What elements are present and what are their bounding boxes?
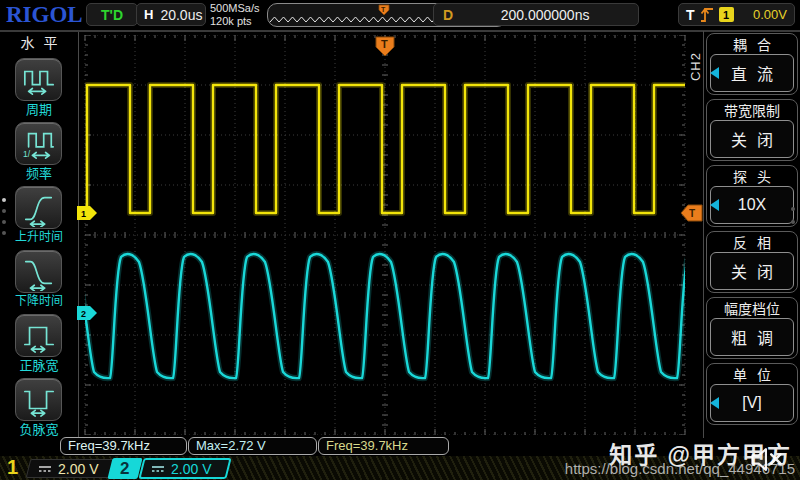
menu-section-probe: 探头 10X	[706, 165, 798, 227]
period-button[interactable]	[15, 58, 62, 101]
left-menu-item-fall-time: 下降时间	[15, 250, 63, 309]
rigol-logo: RIGOL	[6, 2, 83, 28]
section-header: 反相	[710, 234, 794, 252]
fall-time-icon	[22, 253, 56, 291]
ch1-level-marker[interactable]: 1	[77, 206, 97, 220]
fall-time-label: 下降时间	[15, 294, 63, 309]
oscilloscope-screen: RIGOL T'D H 20.0us 500MSa/s 120k pts T D…	[0, 0, 800, 480]
trigger-delay-value: 200.000000ns	[461, 7, 629, 23]
muted-speaker-icon[interactable]	[749, 446, 785, 473]
left-menu-item-negative-pulse-width: 负脉宽	[15, 378, 62, 437]
channel1-scale-value: 2.00 V	[58, 461, 98, 477]
unit-value-button[interactable]: [V]	[710, 384, 794, 422]
memory-depth-text: 120k pts	[210, 15, 260, 28]
section-header: 带宽限制	[710, 102, 794, 120]
rise-time-icon	[22, 189, 56, 227]
menu-page-dots	[2, 198, 6, 235]
invert-value-button[interactable]: 关闭	[710, 252, 794, 290]
menu-section-bandwidth-limit: 带宽限制 关闭	[706, 99, 798, 161]
measurement-max-ch2: Max=2.72 V	[188, 437, 317, 455]
left-arrow-icon	[710, 67, 719, 79]
period-label: 周期	[26, 102, 52, 117]
menu-section-invert: 反相 关闭	[706, 231, 798, 293]
sample-rate-text: 500MSa/s	[210, 2, 260, 15]
channel2-scale-value: 2.00 V	[171, 461, 211, 477]
menu-section-unit: 单位 [V]	[706, 363, 798, 425]
frequency-icon: 1/	[22, 125, 56, 163]
measurement-freq-ch1: Freq=39.7kHz	[318, 437, 449, 455]
positive-pulse-width-button[interactable]	[15, 314, 62, 357]
channel2-number: 2	[120, 459, 129, 479]
left-arrow-icon	[710, 397, 719, 409]
period-icon	[22, 61, 56, 99]
menu-section-amplitude-adjust: 幅度档位 粗调	[706, 297, 798, 359]
trigger-level-value: 0.00V	[739, 7, 787, 22]
negative-pulse-width-button[interactable]	[15, 378, 62, 421]
left-menu-items: 周期1/频率上升时间下降时间正脉宽负脉宽	[15, 58, 63, 437]
menu-section-coupling: 耦合 直流	[706, 33, 798, 95]
trigger-delay-chip[interactable]: D 200.000000ns	[433, 3, 639, 26]
svg-text:T: T	[381, 38, 388, 50]
left-arrow-icon	[710, 199, 719, 211]
trigger-settings-chip[interactable]: T 1 0.00V	[678, 3, 795, 26]
rising-edge-icon	[700, 6, 714, 24]
bandwidth-limit-value-button[interactable]: 关闭	[710, 120, 794, 158]
dc-coupling-icon	[151, 464, 165, 474]
svg-text:2: 2	[81, 309, 86, 319]
t-label: T	[686, 7, 695, 23]
left-menu-item-positive-pulse-width: 正脉宽	[15, 314, 62, 373]
graticule: 12TT	[75, 35, 705, 435]
coupling-value-button[interactable]: 直流	[710, 54, 794, 92]
section-header: 单位	[710, 366, 794, 384]
fall-time-button[interactable]	[15, 250, 62, 293]
section-header: 探头	[710, 168, 794, 186]
menu-page-dots-right	[791, 207, 795, 224]
h-label: H	[144, 7, 153, 22]
svg-text:T: T	[381, 6, 386, 13]
timebase-value: 20.0us	[160, 7, 202, 23]
channel1-scale-chip[interactable]: 2.00 V	[26, 459, 117, 478]
ch2-level-marker[interactable]: 2	[77, 306, 97, 320]
left-menu-item-rise-time: 上升时间	[15, 186, 63, 245]
channel2-scale-chip[interactable]: 2.00 V	[138, 458, 231, 479]
svg-text:1: 1	[81, 209, 86, 219]
dc-coupling-icon	[38, 464, 52, 474]
ch2-waveform	[75, 254, 705, 378]
top-status-bar: RIGOL T'D H 20.0us 500MSa/s 120k pts T D…	[0, 0, 800, 30]
acquisition-info: 500MSa/s 120k pts	[210, 2, 260, 28]
channel2-number-tab[interactable]: 2	[107, 458, 142, 479]
active-channel-tag: CH2	[688, 52, 703, 81]
rise-time-button[interactable]	[15, 186, 62, 229]
horizontal-timebase-chip[interactable]: H 20.0us	[136, 3, 206, 26]
amplitude-adjust-value-button[interactable]: 粗调	[710, 318, 794, 356]
rise-time-label: 上升时间	[15, 230, 63, 245]
svg-text:T: T	[689, 208, 695, 219]
negative-pulse-icon	[22, 381, 56, 419]
trigger-level-marker[interactable]: T	[681, 205, 702, 221]
horizontal-measure-menu: 水平 周期1/频率上升时间下降时间正脉宽负脉宽	[0, 32, 79, 438]
section-header: 耦合	[710, 36, 794, 54]
left-menu-item-period: 周期	[15, 58, 62, 117]
left-menu-title: 水平	[12, 34, 67, 53]
trigger-status-text: T'D	[101, 7, 123, 23]
frequency-label: 频率	[26, 166, 52, 181]
trigger-source-badge: 1	[719, 7, 734, 22]
positive-pulse-width-label: 正脉宽	[19, 358, 58, 373]
left-menu-item-frequency: 1/频率	[15, 122, 62, 181]
channel1-number[interactable]: 1	[7, 456, 18, 479]
positive-pulse-icon	[22, 317, 56, 355]
ch1-waveform-glow	[83, 85, 687, 213]
ch2-waveform-glow	[75, 254, 705, 378]
svg-text:1/: 1/	[23, 149, 31, 159]
negative-pulse-width-label: 负脉宽	[19, 422, 58, 437]
trigger-position-marker[interactable]: T	[376, 37, 394, 56]
top-separator	[0, 30, 800, 32]
channel2-menu: 耦合 直流 带宽限制 关闭 探头 10X 反相 关闭 幅度档位 粗调 单位 [V…	[706, 33, 798, 425]
measurement-freq-ch2: Freq=39.7kHz	[60, 437, 187, 455]
d-label: D	[443, 7, 453, 23]
trigger-status-badge: T'D	[86, 3, 138, 26]
frequency-button[interactable]: 1/	[15, 122, 62, 165]
probe-value-button[interactable]: 10X	[710, 186, 794, 224]
section-header: 幅度档位	[710, 300, 794, 318]
right-menu-rail	[703, 31, 704, 438]
